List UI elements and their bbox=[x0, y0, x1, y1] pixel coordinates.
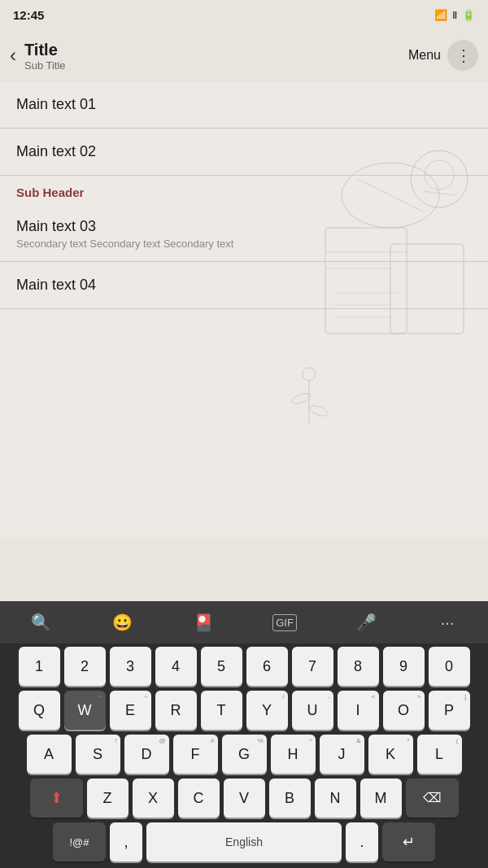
list-item-1-text: Main text 01 bbox=[16, 96, 472, 113]
more-icon: ⋮ bbox=[455, 46, 471, 65]
svg-point-9 bbox=[308, 403, 329, 418]
more-button[interactable]: ⋮ bbox=[447, 40, 478, 71]
key-k[interactable]: * K bbox=[368, 735, 413, 774]
key-c[interactable]: C bbox=[178, 779, 220, 818]
special-chars-key[interactable]: !@# bbox=[53, 822, 106, 861]
svg-point-6 bbox=[303, 368, 316, 381]
special-chars-label: !@# bbox=[69, 837, 89, 848]
key-v[interactable]: V bbox=[224, 779, 265, 818]
key-o[interactable]: > O bbox=[383, 691, 425, 730]
comma-key[interactable]: , bbox=[110, 822, 142, 861]
mic-icon: 🎤 bbox=[356, 613, 377, 632]
main-content: Main text 01 Main text 02 Sub Header Mai… bbox=[0, 81, 488, 537]
app-subtitle: Sub Title bbox=[24, 59, 408, 72]
key-u[interactable]: - U bbox=[292, 691, 333, 730]
key-7[interactable]: 7 bbox=[292, 647, 333, 686]
signal-icon: Ⅱ bbox=[452, 9, 457, 21]
menu-label[interactable]: Menu bbox=[408, 48, 441, 63]
list-item-4[interactable]: Main text 04 bbox=[0, 262, 488, 309]
key-i[interactable]: < I bbox=[338, 691, 379, 730]
more-toolbar-btn[interactable]: ··· bbox=[428, 608, 467, 637]
more-toolbar-icon: ··· bbox=[441, 613, 455, 632]
keyboard-area: 🔍 😀 🎴 GIF 🎤 ··· 1 2 3 4 5 6 7 8 9 bbox=[0, 601, 488, 868]
key-x[interactable]: X bbox=[133, 779, 174, 818]
key-3[interactable]: 3 bbox=[110, 647, 151, 686]
key-l[interactable]: ( L bbox=[417, 735, 462, 774]
key-t[interactable]: T bbox=[201, 691, 242, 730]
key-n[interactable]: N bbox=[315, 779, 356, 818]
list-item-2-text: Main text 02 bbox=[16, 143, 472, 160]
status-icons: 📶 Ⅱ 🔋 bbox=[434, 9, 475, 21]
zxcv-row: ⬆ Z X C V B N M ⌫ bbox=[3, 779, 485, 818]
key-a[interactable]: A bbox=[27, 735, 72, 774]
svg-point-8 bbox=[290, 391, 312, 406]
key-q[interactable]: Q bbox=[19, 691, 60, 730]
mic-toolbar-btn[interactable]: 🎤 bbox=[346, 608, 386, 637]
sub-header-text: Sub Header bbox=[16, 185, 84, 199]
key-j[interactable]: & J bbox=[320, 735, 364, 774]
key-1[interactable]: 1 bbox=[19, 647, 60, 686]
status-bar: 12:45 📶 Ⅱ 🔋 bbox=[0, 0, 488, 29]
key-w[interactable]: + W bbox=[64, 691, 106, 730]
keyboard: 1 2 3 4 5 6 7 8 9 0 Q + W ÷ E R T / bbox=[0, 643, 488, 868]
key-2[interactable]: 2 bbox=[64, 647, 106, 686]
wifi-icon: 📶 bbox=[434, 9, 447, 21]
battery-icon: 🔋 bbox=[462, 9, 475, 21]
sticker-icon: 🎴 bbox=[194, 613, 214, 632]
key-6[interactable]: 6 bbox=[246, 647, 288, 686]
key-0[interactable]: 0 bbox=[429, 647, 470, 686]
key-p[interactable]: [ P bbox=[429, 691, 470, 730]
space-label: English bbox=[225, 836, 263, 848]
status-time: 12:45 bbox=[13, 8, 44, 22]
key-h[interactable]: ^ H bbox=[271, 735, 316, 774]
emoji-toolbar-btn[interactable]: 😀 bbox=[102, 608, 142, 637]
enter-key[interactable]: ↵ bbox=[382, 822, 435, 861]
sticker-toolbar-btn[interactable]: 🎴 bbox=[184, 608, 223, 637]
key-e[interactable]: ÷ E bbox=[110, 691, 151, 730]
list-item-4-text: Main text 04 bbox=[16, 277, 472, 294]
backspace-icon: ⌫ bbox=[423, 792, 442, 805]
keyboard-toolbar: 🔍 😀 🎴 GIF 🎤 ··· bbox=[0, 601, 488, 643]
key-z[interactable]: Z bbox=[87, 779, 129, 818]
key-b[interactable]: B bbox=[269, 779, 311, 818]
key-9[interactable]: 9 bbox=[383, 647, 425, 686]
space-row: !@# , English . ↵ bbox=[3, 822, 485, 868]
title-group: Title Sub Title bbox=[24, 40, 408, 72]
shift-key[interactable]: ⬆ bbox=[30, 779, 83, 818]
key-m[interactable]: M bbox=[360, 779, 402, 818]
emoji-icon: 😀 bbox=[112, 613, 133, 632]
list-item-3-secondary: Secondary text Secondary text Secondary … bbox=[16, 238, 472, 250]
key-y[interactable]: / Y bbox=[246, 691, 288, 730]
app-title: Title bbox=[24, 40, 408, 59]
search-icon: 🔍 bbox=[31, 613, 51, 632]
key-5[interactable]: 5 bbox=[201, 647, 242, 686]
shift-icon: ⬆ bbox=[50, 789, 63, 807]
key-g[interactable]: % G bbox=[222, 735, 267, 774]
key-4[interactable]: 4 bbox=[155, 647, 197, 686]
qwerty-row: Q + W ÷ E R T / Y - U < I bbox=[3, 691, 485, 730]
period-key[interactable]: . bbox=[346, 822, 378, 861]
enter-icon: ↵ bbox=[403, 835, 415, 849]
key-d[interactable]: @ D bbox=[124, 735, 169, 774]
list-item-3[interactable]: Main text 03 Secondary text Secondary te… bbox=[0, 207, 488, 262]
key-8[interactable]: 8 bbox=[338, 647, 379, 686]
search-toolbar-btn[interactable]: 🔍 bbox=[21, 608, 60, 637]
key-r[interactable]: R bbox=[155, 691, 197, 730]
gif-icon: GIF bbox=[272, 614, 297, 631]
gif-toolbar-btn[interactable]: GIF bbox=[265, 608, 304, 637]
sub-header: Sub Header bbox=[0, 176, 488, 207]
backspace-key[interactable]: ⌫ bbox=[406, 779, 459, 818]
app-bar: ‹ Title Sub Title Menu ⋮ bbox=[0, 29, 488, 81]
back-button[interactable]: ‹ bbox=[10, 44, 16, 67]
key-s[interactable]: ! S bbox=[76, 735, 120, 774]
list-item-1[interactable]: Main text 01 bbox=[0, 81, 488, 129]
number-row: 1 2 3 4 5 6 7 8 9 0 bbox=[3, 647, 485, 686]
list-item-2[interactable]: Main text 02 bbox=[0, 129, 488, 176]
space-key[interactable]: English bbox=[146, 822, 342, 861]
list-item-3-text: Main text 03 bbox=[16, 218, 472, 235]
asdf-row: A ! S @ D # F % G ^ H & J bbox=[3, 735, 485, 774]
key-f[interactable]: # F bbox=[173, 735, 218, 774]
